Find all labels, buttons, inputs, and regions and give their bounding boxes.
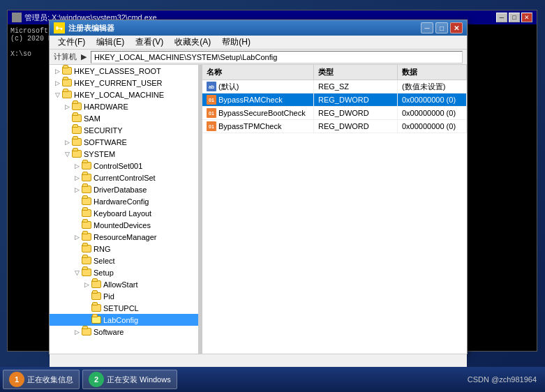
folder-icon-allowstart [91, 280, 101, 288]
tree-label-select: Select [94, 257, 115, 265]
values-header: 名称 类型 数据 [202, 65, 467, 80]
reg-icon-dword-secure: 01 [207, 108, 216, 118]
tree-item-system[interactable]: ▽ SYSTEM [50, 148, 198, 160]
reg-icon-ab: ab [207, 82, 216, 91]
tree-item-sam[interactable]: ▷ SAM [50, 112, 198, 124]
table-row[interactable]: 01 BypassTPMCheck REG_DWORD 0x00000000 (… [202, 120, 467, 133]
folder-icon-resourcemanager [82, 233, 91, 241]
values-type-bypass-tpm: REG_DWORD [318, 122, 369, 130]
values-data-default: (数值未设置) [402, 82, 445, 92]
values-name-bypass-ram: BypassRAMCheck [218, 96, 283, 104]
expand-icon-driverdatabase: ▷ [72, 185, 82, 195]
tree-item-hardware[interactable]: ▷ HARDWARE [50, 100, 198, 112]
taskbar-label-1: 正在收集信息 [27, 375, 73, 385]
values-cell-type-bypass-tpm: REG_DWORD [314, 120, 398, 133]
folder-icon-driverdatabase [82, 186, 91, 193]
cmd-icon [12, 13, 22, 22]
values-data-bypass-tpm: 0x00000000 (0) [402, 122, 456, 130]
tree-item-current-user[interactable]: ▷ HKEY_CURRENT_USER [50, 77, 198, 89]
folder-icon-hardware [72, 103, 82, 110]
values-name-bypass-tpm: BypassTPMCheck [218, 122, 281, 130]
folder-icon-local-machine [62, 91, 72, 98]
folder-icon-software [72, 138, 82, 146]
values-cell-type-bypass-secure: REG_DWORD [314, 107, 398, 119]
tree-item-security[interactable]: ▷ SECURITY [50, 124, 198, 136]
menu-help[interactable]: 帮助(H) [216, 35, 256, 50]
regedit-maximize-button[interactable]: □ [435, 22, 448, 33]
tree-item-currentcontrolset[interactable]: ▷ CurrentControlSet [50, 172, 198, 183]
values-type-bypass-ram: REG_DWORD [318, 96, 369, 104]
regedit-icon: 🗝 [54, 22, 65, 33]
tree-label-current-user: HKEY_CURRENT_USER [74, 79, 163, 87]
tree-item-hardwareconfig[interactable]: ▷ HardwareConfig [50, 195, 198, 207]
values-cell-data-bypass-ram: 0x00000000 (0) [398, 93, 467, 106]
tree-item-rng[interactable]: ▷ RNG [50, 243, 198, 255]
tree-label-setupcl: SETUPCL [103, 304, 139, 312]
values-cell-data-bypass-tpm: 0x00000000 (0) [398, 120, 467, 133]
tree-panel[interactable]: ▷ HKEY_CLASSES_ROOT ▷ HKEY_CURRENT_USER … [50, 65, 200, 354]
taskbar-item-2[interactable]: 2 正在安装 Windows [82, 370, 177, 389]
tree-item-labconfig[interactable]: ▷ LabConfig [50, 314, 198, 326]
expand-icon-resourcemanager: ▷ [72, 232, 82, 242]
tree-label-local-machine: HKEY_LOCAL_MACHINE [74, 91, 164, 99]
desktop: 管理员: X:\windows\system32\cmd.exe ─ □ ✕ M… [0, 0, 545, 392]
menu-edit[interactable]: 编辑(E) [91, 35, 130, 50]
tree-item-software-under-system[interactable]: ▷ Software [50, 326, 198, 338]
menu-bar: 文件(F) 编辑(E) 查看(V) 收藏夹(A) 帮助(H) [50, 36, 467, 50]
tree-item-pid[interactable]: ▷ Pid [50, 290, 198, 302]
tree-item-setup[interactable]: ▽ Setup [50, 266, 198, 278]
table-row[interactable]: ab (默认) REG_SZ (数值未设置) [202, 80, 467, 93]
menu-favorites[interactable]: 收藏夹(A) [169, 35, 216, 50]
regedit-minimize-button[interactable]: ─ [421, 22, 433, 33]
values-name-default: (默认) [218, 82, 239, 92]
tree-label-controlset001: ControlSet001 [94, 162, 142, 170]
tree-label-mounteddevices: MountedDevices [94, 221, 151, 229]
taskbar-item-1[interactable]: 1 正在收集信息 [3, 370, 80, 389]
tree-label-rng: RNG [94, 245, 110, 253]
menu-file[interactable]: 文件(F) [52, 35, 91, 50]
tree-item-setupcl[interactable]: ▷ SETUPCL [50, 302, 198, 314]
tree-item-mounteddevices[interactable]: ▷ MountedDevices [50, 219, 198, 231]
values-name-bypass-secure: BypassSecureBootCheck [218, 109, 306, 117]
expand-icon-controlset001: ▷ [72, 161, 82, 171]
tree-item-software[interactable]: ▷ SOFTWARE [50, 136, 198, 148]
cmd-minimize-button[interactable]: ─ [496, 13, 507, 22]
values-cell-type-default: REG_SZ [314, 80, 398, 93]
values-cell-data-default: (数值未设置) [398, 80, 467, 93]
expand-icon-local-machine: ▽ [52, 90, 62, 100]
values-cell-name-bypass-ram: 01 BypassRAMCheck [202, 93, 314, 106]
menu-view[interactable]: 查看(V) [130, 35, 169, 50]
tree-label-sam: SAM [84, 114, 100, 123]
tree-item-controlset001[interactable]: ▷ ControlSet001 [50, 160, 198, 172]
folder-icon-setupcl [91, 304, 101, 312]
tree-label-system: SYSTEM [84, 150, 115, 158]
table-row[interactable]: 01 BypassSecureBootCheck REG_DWORD 0x000… [202, 107, 467, 120]
regedit-close-button[interactable]: ✕ [450, 22, 463, 33]
tree-item-keyboardlayout[interactable]: ▷ Keyboard Layout [50, 207, 198, 219]
address-path[interactable]: HKEY_LOCAL_MACHINE\SYSTEM\Setup\LabConfi… [91, 51, 463, 63]
folder-icon-pid [91, 292, 101, 300]
regedit-titlebar: 🗝 注册表编辑器 ─ □ ✕ [50, 20, 467, 36]
cmd-maximize-button[interactable]: □ [509, 13, 520, 22]
tree-label-pid: Pid [103, 292, 114, 301]
folder-icon-mounteddevices [82, 221, 91, 229]
expand-icon-current-user: ▷ [52, 78, 62, 88]
expand-icon-software: ▷ [62, 137, 72, 147]
tree-item-classes-root[interactable]: ▷ HKEY_CLASSES_ROOT [50, 65, 198, 77]
tree-item-select[interactable]: ▷ Select [50, 255, 198, 266]
tree-label-software-under-system: Software [94, 328, 124, 336]
values-cell-name-bypass-tpm: 01 BypassTPMCheck [202, 120, 314, 133]
cmd-close-button[interactable]: ✕ [521, 13, 532, 22]
tree-item-driverdatabase[interactable]: ▷ DriverDatabase [50, 183, 198, 195]
values-cell-name-default: ab (默认) [202, 80, 314, 93]
folder-icon-current-user [62, 79, 72, 86]
taskbar-watermark: CSDN @zch981964 [468, 375, 542, 384]
tree-item-allowstart[interactable]: ▷ AllowStart [50, 278, 198, 290]
table-row[interactable]: 01 BypassRAMCheck REG_DWORD 0x00000000 (… [202, 93, 467, 107]
address-label: 计算机 [54, 52, 77, 62]
tree-item-local-machine[interactable]: ▽ HKEY_LOCAL_MACHINE [50, 89, 198, 100]
tree-item-resourcemanager[interactable]: ▷ ResourceManager [50, 231, 198, 243]
folder-icon-setup [82, 269, 91, 276]
expand-icon-allowstart: ▷ [82, 280, 91, 289]
folder-icon-sam [72, 114, 82, 122]
